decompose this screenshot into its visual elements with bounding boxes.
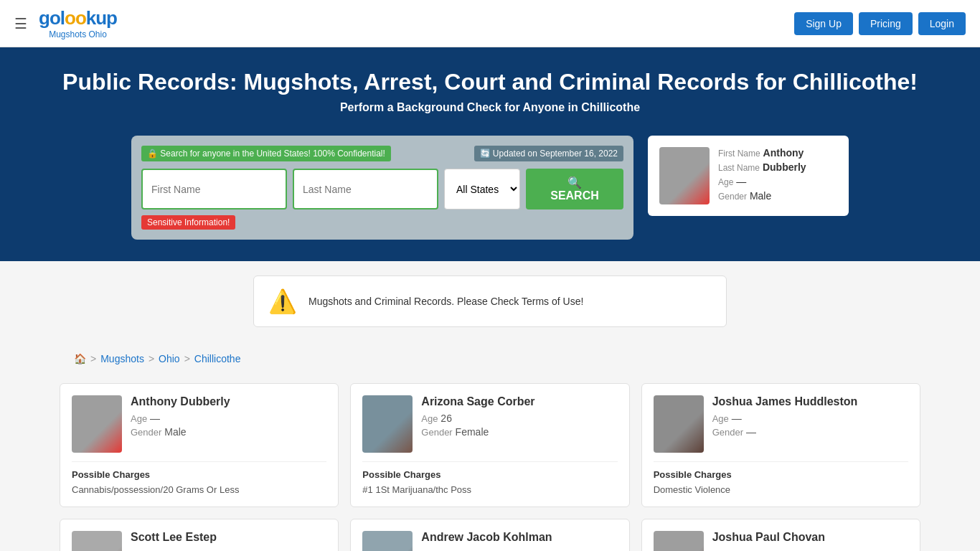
person-info: Joshua Paul Chovan Age — Gender — <box>712 531 825 551</box>
profile-first-name: First Name Anthony <box>718 147 806 159</box>
logo-subtitle: Mugshots Ohio <box>39 29 117 39</box>
breadcrumb-home[interactable]: 🏠 <box>74 353 86 364</box>
charges-text: Domestic Violence <box>654 484 908 495</box>
search-button[interactable]: 🔍 SEARCH <box>526 169 623 209</box>
charges-text: Cannabis/possession/20 Grams Or Less <box>72 484 326 495</box>
person-info: Scott Lee Estep Age — Gender — <box>131 531 217 551</box>
person-card-top: Joshua Paul Chovan Age — Gender — <box>654 531 908 551</box>
person-info: Joshua James Huddleston Age — Gender — <box>712 395 858 453</box>
charges-label: Possible Charges <box>72 461 326 480</box>
warning-wrapper: ⚠️ Mugshots and Criminal Records. Please… <box>239 276 741 327</box>
warning-message: Mugshots and Criminal Records. Please Ch… <box>308 296 583 307</box>
person-age: Age — <box>421 548 552 551</box>
person-info: Anthony Dubberly Age — Gender Male <box>131 395 230 453</box>
charges-label: Possible Charges <box>654 461 908 480</box>
breadcrumb-sep1: > <box>90 353 96 364</box>
logo[interactable]: golookup Mugshots Ohio <box>39 7 117 39</box>
gender-label: Gender <box>718 192 747 202</box>
age-value: — <box>736 176 746 187</box>
sensitive-badge: Sensitive Information! <box>141 215 235 230</box>
person-card-top: Andrew Jacob Kohlman Age — Gender — <box>362 531 617 551</box>
person-card-2[interactable]: Joshua James Huddleston Age — Gender — P… <box>641 383 920 507</box>
person-card-top: Joshua James Huddleston Age — Gender — <box>654 395 908 453</box>
person-card-3[interactable]: Scott Lee Estep Age — Gender — <box>60 519 339 551</box>
profile-age: Age — <box>718 176 806 187</box>
hamburger-menu[interactable]: ☰ <box>14 15 27 32</box>
person-card-0[interactable]: Anthony Dubberly Age — Gender Male Possi… <box>60 383 339 507</box>
header: ☰ golookup Mugshots Ohio Sign Up Pricing… <box>0 0 980 47</box>
hero-section: Public Records: Mugshots, Arrest, Court … <box>0 47 980 136</box>
age-label: Age <box>718 177 733 187</box>
person-avatar <box>362 531 413 551</box>
person-card-1[interactable]: Arizona Sage Corber Age 26 Gender Female… <box>350 383 629 507</box>
person-name: Andrew Jacob Kohlman <box>421 531 552 544</box>
header-left: ☰ golookup Mugshots Ohio <box>14 7 117 39</box>
breadcrumb-sep2: > <box>149 353 154 364</box>
logo-text: golookup <box>39 7 117 29</box>
breadcrumb-sep3: > <box>184 353 190 364</box>
person-avatar <box>654 395 704 453</box>
signup-button[interactable]: Sign Up <box>794 12 853 35</box>
breadcrumb: 🏠 > Mugshots > Ohio > Chillicothe <box>60 342 920 364</box>
profile-gender: Gender Male <box>718 190 806 202</box>
person-age: Age — <box>712 413 858 424</box>
warning-banner: ⚠️ Mugshots and Criminal Records. Please… <box>253 276 727 327</box>
search-area: 🔒 Search for anyone in the United States… <box>0 136 980 261</box>
breadcrumb-ohio[interactable]: Ohio <box>159 353 180 364</box>
person-card-4[interactable]: Andrew Jacob Kohlman Age — Gender — <box>350 519 629 551</box>
profile-avatar <box>659 147 710 204</box>
person-card-top: Scott Lee Estep Age — Gender — <box>72 531 326 551</box>
person-name: Arizona Sage Corber <box>421 395 534 408</box>
person-age: Age — <box>131 548 217 551</box>
person-age: Age 26 <box>421 413 534 424</box>
person-gender: Gender Female <box>421 426 534 438</box>
first-name-label: First Name <box>718 149 760 159</box>
last-name-value: Dubberly <box>763 161 806 173</box>
person-gender: Gender — <box>712 426 858 438</box>
profile-info: First Name Anthony Last Name Dubberly Ag… <box>718 147 806 204</box>
persons-grid: Anthony Dubberly Age — Gender Male Possi… <box>60 383 920 551</box>
warning-icon: ⚠️ <box>268 288 297 315</box>
first-name-value: Anthony <box>763 147 804 159</box>
pricing-button[interactable]: Pricing <box>859 12 913 35</box>
person-info: Arizona Sage Corber Age 26 Gender Female <box>421 395 534 453</box>
profile-card: First Name Anthony Last Name Dubberly Ag… <box>648 136 849 216</box>
person-avatar <box>362 395 413 453</box>
main-content: ⚠️ Mugshots and Criminal Records. Please… <box>0 276 980 551</box>
person-name: Anthony Dubberly <box>131 395 230 408</box>
person-name: Joshua James Huddleston <box>712 395 858 408</box>
person-age: Age — <box>131 413 230 424</box>
person-gender: Gender Male <box>131 426 230 438</box>
breadcrumb-mugshots[interactable]: Mugshots <box>100 353 144 364</box>
search-box: 🔒 Search for anyone in the United States… <box>131 136 633 240</box>
person-name: Scott Lee Estep <box>131 531 217 544</box>
last-name-label: Last Name <box>718 163 760 173</box>
person-name: Joshua Paul Chovan <box>712 531 825 544</box>
profile-last-name: Last Name Dubberly <box>718 161 806 173</box>
charges-label: Possible Charges <box>362 461 617 480</box>
person-card-top: Arizona Sage Corber Age 26 Gender Female <box>362 395 617 453</box>
confidential-badge: 🔒 Search for anyone in the United States… <box>141 146 391 161</box>
hero-subtitle: Perform a Background Check for Anyone in… <box>14 101 966 114</box>
search-inputs: All States 🔍 SEARCH <box>141 169 623 209</box>
charges-text: #1 1St Marijuana/thc Poss <box>362 484 617 495</box>
first-name-input[interactable] <box>141 169 287 209</box>
last-name-input[interactable] <box>293 169 438 209</box>
login-button[interactable]: Login <box>918 12 966 35</box>
person-avatar <box>654 531 704 551</box>
person-avatar <box>72 531 122 551</box>
person-age: Age — <box>712 548 825 551</box>
content-area: Anthony Dubberly Age — Gender Male Possi… <box>0 376 980 551</box>
person-info: Andrew Jacob Kohlman Age — Gender — <box>421 531 552 551</box>
person-card-top: Anthony Dubberly Age — Gender Male <box>72 395 326 453</box>
search-badges: 🔒 Search for anyone in the United States… <box>141 146 623 161</box>
person-card-5[interactable]: Joshua Paul Chovan Age — Gender — <box>641 519 920 551</box>
updated-badge: 🔄 Updated on September 16, 2022 <box>474 146 623 161</box>
breadcrumb-city[interactable]: Chillicothe <box>194 353 241 364</box>
gender-value: Male <box>750 190 771 202</box>
state-select[interactable]: All States <box>444 169 520 209</box>
person-avatar <box>72 395 122 453</box>
hero-title: Public Records: Mugshots, Arrest, Court … <box>14 69 966 95</box>
header-buttons: Sign Up Pricing Login <box>794 12 966 35</box>
